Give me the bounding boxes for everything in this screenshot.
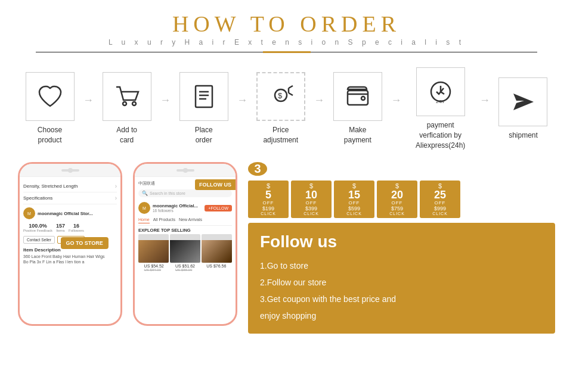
divider-accent bbox=[263, 51, 311, 53]
follow-panel: Follow us 1.Go to store 2.Follow our sto… bbox=[248, 223, 555, 334]
coupon-10-amount: 10 bbox=[305, 189, 317, 200]
divider-right bbox=[311, 52, 538, 52]
coupon-10[interactable]: $ 10 OFF $399 CLICK bbox=[291, 181, 332, 218]
follow-button[interactable]: +FOLLOW bbox=[205, 205, 232, 211]
phone2-product-grid bbox=[138, 234, 232, 263]
phone2-mockup: 中国联通 17:06 🔍 Search in this store M moon… bbox=[133, 162, 237, 326]
svg-text:24h: 24h bbox=[436, 99, 444, 104]
phone2-followers: 16 followers bbox=[153, 209, 198, 213]
divider bbox=[36, 51, 537, 53]
coupon-10-price: $399 bbox=[305, 206, 317, 211]
svg-rect-2 bbox=[196, 86, 212, 107]
bottom-section: Density, Stretched Length › Specificatio… bbox=[0, 156, 573, 329]
phone1-content: Density, Stretched Length › Specificatio… bbox=[20, 177, 120, 268]
step-place-order: Place order bbox=[172, 72, 236, 145]
right-panel: 3 $ 5 OFF $199 CLICK $ 10 OFF $399 CLICK… bbox=[248, 162, 555, 329]
coupon-25-off: OFF bbox=[435, 200, 446, 206]
follow-item-2: 2.Follow our store bbox=[260, 274, 543, 291]
phone2-search-bar[interactable]: 🔍 Search in this store bbox=[138, 189, 232, 197]
step-payment-verification: 24h payment verfication by Aliexpress(24… bbox=[402, 67, 478, 150]
phone1-mockup: Density, Stretched Length › Specificatio… bbox=[18, 162, 122, 326]
coupon-15-price: $599 bbox=[348, 206, 360, 211]
coupon-5-price: $199 bbox=[262, 206, 274, 211]
coupon-5-off: OFF bbox=[263, 200, 274, 206]
phone2-camera bbox=[183, 168, 188, 173]
step-icon-shipment bbox=[498, 77, 547, 126]
coupon-15[interactable]: $ 15 OFF $599 CLICK bbox=[334, 181, 374, 218]
step-icon-price-adjustment: $ bbox=[256, 72, 305, 121]
phone2-store-name: moonmagic Official... bbox=[153, 203, 198, 209]
clock-check-icon: 24h bbox=[426, 77, 455, 106]
follow-title: Follow us bbox=[260, 232, 543, 251]
divider-left bbox=[36, 52, 263, 52]
phone2-top-bar bbox=[135, 164, 236, 177]
step-icon-payment-verification: 24h bbox=[416, 67, 465, 116]
phone2-prices: US $54.52 US $84.00 US $51.62 US $88.00 … bbox=[138, 263, 232, 273]
phone1-chevron-2: › bbox=[115, 195, 117, 201]
step-label-choose-product: Choose product bbox=[38, 125, 62, 145]
phone1-followers-label: Followers bbox=[69, 229, 84, 232]
go-to-store-badge[interactable]: GO TO STORE bbox=[60, 237, 108, 249]
svg-point-1 bbox=[132, 102, 136, 105]
step-choose-product: Choose product bbox=[18, 72, 82, 145]
step-icon-choose-product bbox=[26, 72, 75, 121]
step-shipment: shipment bbox=[491, 77, 555, 141]
coupon-25-price: $999 bbox=[434, 206, 446, 211]
step-label-place-order: Place order bbox=[195, 125, 213, 145]
phone2-search-text: Search in this store bbox=[150, 191, 185, 195]
contact-seller-button[interactable]: Contact Seller bbox=[23, 236, 55, 244]
arrow-6: → bbox=[479, 94, 490, 107]
plane-icon bbox=[509, 88, 537, 116]
coupon-5-click: CLICK bbox=[261, 211, 276, 216]
heart-icon bbox=[36, 82, 64, 111]
phone2-nav-all-products[interactable]: All Products bbox=[153, 217, 175, 223]
phone2-carrier: 中国联通 bbox=[138, 181, 155, 186]
dollar-scissors-icon: $ bbox=[267, 82, 295, 111]
phone1-feedback-label: Positive Feedback bbox=[23, 229, 52, 232]
sub-title: L u x u r y H a i r E x t e n s i o n S … bbox=[0, 38, 573, 46]
follow-us-badge: FOLLOW US bbox=[195, 179, 236, 190]
coupon-10-click: CLICK bbox=[303, 211, 319, 216]
coupon-25[interactable]: $ 25 OFF $999 CLICK bbox=[420, 181, 460, 218]
arrow-2: → bbox=[160, 94, 171, 107]
follow-list: 1.Go to store 2.Follow our store 3.Get c… bbox=[260, 257, 543, 324]
coupon-20[interactable]: $ 20 OFF $759 CLICK bbox=[377, 181, 417, 218]
step-make-payment: Make payment bbox=[326, 72, 389, 145]
coupon-15-amount: 15 bbox=[348, 189, 360, 200]
phone1-followers-val: 16 bbox=[69, 223, 84, 229]
arrow-3: → bbox=[237, 94, 247, 107]
product-thumb-2 bbox=[170, 234, 200, 263]
coupon-5-amount: 5 bbox=[265, 189, 271, 200]
coupons-row: $ 5 OFF $199 CLICK $ 10 OFF $399 CLICK $… bbox=[248, 181, 555, 218]
step-icon-add-to-card bbox=[103, 72, 151, 121]
phone1-items-val: 157 bbox=[56, 223, 65, 229]
coupon-25-click: CLICK bbox=[432, 211, 448, 216]
svg-line-9 bbox=[289, 93, 293, 95]
phone2-store-name-wrap: moonmagic Official... 16 followers bbox=[153, 203, 198, 213]
coupon-20-amount: 20 bbox=[391, 189, 403, 200]
page-header: HOW TO ORDER L u x u r y H a i r E x t e… bbox=[0, 0, 573, 57]
step-add-to-card: Add to card bbox=[95, 72, 159, 145]
phone1-top-bar bbox=[20, 164, 120, 177]
product-price-3: US $76.56 bbox=[206, 264, 226, 272]
phone2-nav-new-arrivals[interactable]: New Arrivals bbox=[179, 217, 202, 223]
phone2-nav-home[interactable]: Home bbox=[138, 217, 150, 223]
product-thumb-1 bbox=[138, 234, 169, 263]
steps-row: Choose product → Add to card → Place ord… bbox=[0, 57, 573, 156]
step-label-add-to-card: Add to card bbox=[116, 125, 137, 145]
phone2-content: 中国联通 17:06 🔍 Search in this store M moon… bbox=[135, 177, 236, 276]
phone1-row-spec: Specifications › bbox=[23, 192, 117, 204]
coupon-20-price: $759 bbox=[391, 206, 403, 211]
step-price-adjustment: $ Price adjustment bbox=[249, 72, 312, 145]
coupon-5[interactable]: $ 5 OFF $199 CLICK bbox=[248, 181, 289, 218]
phone1-row-density: Density, Stretched Length › bbox=[23, 181, 117, 192]
phone1-camera bbox=[68, 168, 73, 173]
follow-item-1: 1.Go to store bbox=[260, 257, 543, 274]
phone1-chevron-1: › bbox=[115, 183, 117, 189]
product-price-2: US $51.62 US $88.00 bbox=[175, 264, 195, 272]
phone1-stat-followers: 16 Followers bbox=[69, 223, 84, 232]
step-icon-place-order bbox=[179, 72, 228, 121]
main-title: HOW TO ORDER bbox=[0, 11, 573, 37]
coupon-25-amount: 25 bbox=[434, 189, 446, 200]
phone1-item-title: 360 Lace Front Baby Hair Human Hair Wigs… bbox=[23, 254, 117, 265]
